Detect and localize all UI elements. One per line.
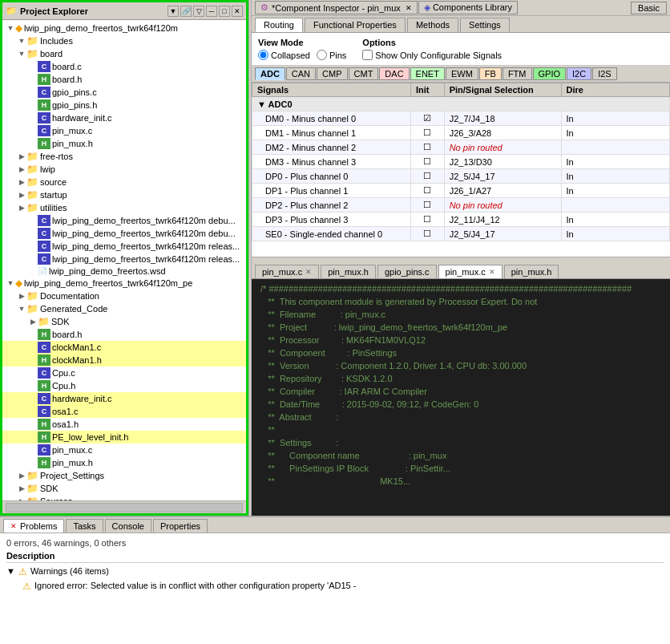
signal-tab-cmp[interactable]: CMP [317, 67, 347, 80]
editor-tab-1[interactable]: pin_mux.h [321, 265, 376, 278]
signal-tab-gpio[interactable]: GPIO [533, 67, 567, 80]
basic-button[interactable]: Basic [631, 2, 667, 14]
tree-item[interactable]: 📄lwip_ping_demo_freertos.wsd [2, 265, 246, 277]
pin-selection[interactable]: J26_3/A28 [444, 126, 561, 140]
signal-tab-i2c[interactable]: I2C [567, 67, 591, 80]
init-cell[interactable]: ☐ [410, 155, 444, 169]
tree-item[interactable]: Cpin_mux.c [2, 124, 246, 137]
editor-tab-close[interactable]: ✕ [489, 268, 495, 276]
signal-tab-can[interactable]: CAN [286, 67, 316, 80]
tree-item[interactable]: Clwip_ping_demo_freertos_twrk64f120m rel… [2, 253, 246, 265]
pins-radio[interactable] [317, 50, 327, 60]
init-cell[interactable]: ☐ [410, 227, 444, 241]
tree-item[interactable]: HCpu.h [2, 379, 246, 392]
tree-item[interactable]: ▶📁utilities [2, 201, 246, 214]
maximize-icon[interactable]: □ [219, 6, 230, 17]
editor-tab-0[interactable]: pin_mux.c✕ [255, 265, 319, 278]
tree-item[interactable]: Hboard.h [2, 328, 246, 341]
minimize-icon[interactable]: ─ [206, 6, 217, 17]
link-icon[interactable]: 🔗 [180, 6, 192, 17]
tree-item[interactable]: Cgpio_pins.c [2, 86, 246, 99]
project-tree[interactable]: ▼◆lwip_ping_demo_freertos_twrk64f120m▼📁I… [2, 20, 246, 500]
tree-item[interactable]: Chardware_init.c [2, 111, 246, 124]
menu-icon[interactable]: ▽ [193, 6, 204, 17]
inspector-close[interactable]: ✕ [406, 4, 412, 12]
expand-group[interactable]: ▼ [257, 99, 266, 109]
tree-item[interactable]: ▶📁SDK [2, 482, 246, 495]
close-icon[interactable]: ✕ [232, 6, 243, 17]
inspector-tab[interactable]: ⚙ *Component Inspector - pin_mux ✕ [255, 1, 418, 14]
pin-selection[interactable]: J2_7/J4_18 [444, 111, 561, 126]
pins-radio-label[interactable]: Pins [317, 50, 346, 60]
tree-item[interactable]: Clwip_ping_demo_freertos_twrk64f120m deb… [2, 214, 246, 227]
init-cell[interactable]: ☐ [410, 213, 444, 227]
tree-item[interactable]: Clwip_ping_demo_freertos_twrk64f120m deb… [2, 227, 246, 240]
signal-tab-fb[interactable]: FB [479, 67, 502, 80]
signal-tab-dac[interactable]: DAC [379, 67, 409, 80]
show-only-label[interactable]: Show Only Configurable Signals [362, 50, 502, 60]
code-editor[interactable]: /* #####################################… [252, 279, 670, 516]
tree-item[interactable]: Hpin_mux.h [2, 137, 246, 150]
tree-item[interactable]: ▶📁Project_Settings [2, 469, 246, 482]
init-cell[interactable]: ☐ [410, 184, 444, 198]
collapsed-radio-label[interactable]: Collapsed [258, 50, 310, 60]
signal-tab-enet[interactable]: ENET [410, 67, 445, 80]
tree-item[interactable]: ▶📁free-rtos [2, 150, 246, 163]
tree-item[interactable]: Hpin_mux.h [2, 456, 246, 469]
pin-selection[interactable]: J2_13/D30 [444, 155, 561, 169]
tree-item[interactable]: ▶📁Documentation [2, 290, 246, 302]
tree-item[interactable]: Hgpio_pins.h [2, 99, 246, 111]
tree-item[interactable]: ▼📁board [2, 47, 246, 60]
tree-item[interactable]: Hosa1.h [2, 418, 246, 431]
tree-item[interactable]: ▶📁lwip [2, 163, 246, 176]
components-library-tab[interactable]: ◈ Components Library [418, 1, 518, 14]
init-cell[interactable]: ☐ [410, 198, 444, 213]
signal-tab-i2s[interactable]: I2S [592, 67, 617, 80]
bottom-tab-properties[interactable]: Properties [153, 519, 208, 533]
editor-tab-2[interactable]: gpio_pins.c [377, 265, 437, 278]
inspector-tab-settings[interactable]: Settings [460, 18, 510, 32]
init-cell[interactable]: ☐ [410, 126, 444, 140]
tree-item[interactable]: ▼📁Includes [2, 34, 246, 47]
table-scroll-indicator[interactable] [252, 257, 670, 263]
inspector-tab-methods[interactable]: Methods [407, 18, 458, 32]
tree-item[interactable]: ▶📁source [2, 176, 246, 188]
tree-item[interactable]: ▼◆lwip_ping_demo_freertos_twrk64f120m_pe [2, 277, 246, 290]
pin-selection[interactable]: J2_11/J4_12 [444, 213, 561, 227]
show-only-checkbox[interactable] [362, 50, 373, 60]
bottom-tab-problems[interactable]: ✕Problems [3, 519, 64, 533]
signal-tab-adc[interactable]: ADC [255, 67, 285, 80]
bottom-tab-tasks[interactable]: Tasks [66, 519, 103, 533]
tree-item[interactable]: Cpin_mux.c [2, 444, 246, 456]
editor-tab-3[interactable]: pin_mux.c✕ [438, 265, 502, 278]
tree-item[interactable]: HclockMan1.h [2, 354, 246, 367]
tree-item[interactable]: Hboard.h [2, 73, 246, 86]
tree-item[interactable]: ▼◆lwip_ping_demo_freertos_twrk64f120m [2, 22, 246, 34]
tree-item[interactable]: ▼📁Generated_Code [2, 302, 246, 315]
tree-item[interactable]: Cosa1.c [2, 405, 246, 418]
tree-item[interactable]: ▶📁Sources [2, 495, 246, 500]
pin-selection[interactable]: No pin routed [444, 198, 561, 213]
init-cell[interactable]: ☐ [410, 169, 444, 184]
h-scroll-thumb[interactable] [6, 503, 243, 512]
tree-item[interactable]: CclockMan1.c [2, 341, 246, 354]
pin-selection[interactable]: J2_5/J4_17 [444, 227, 561, 241]
signal-tab-ewm[interactable]: EWM [446, 67, 478, 80]
pin-selection[interactable]: J2_5/J4_17 [444, 169, 561, 184]
tree-item[interactable]: Cboard.c [2, 60, 246, 73]
init-cell[interactable]: ☐ [410, 140, 444, 155]
horizontal-scrollbar[interactable] [2, 500, 246, 513]
signal-tab-ftm[interactable]: FTM [502, 67, 532, 80]
tree-item[interactable]: Clwip_ping_demo_freertos_twrk64f120m rel… [2, 240, 246, 253]
collapsed-radio[interactable] [258, 50, 268, 60]
bottom-tab-console[interactable]: Console [105, 519, 151, 533]
pin-selection[interactable]: No pin routed [444, 140, 561, 155]
editor-tab-4[interactable]: pin_mux.h [504, 265, 559, 278]
signal-tab-cmt[interactable]: CMT [349, 67, 379, 80]
tree-item[interactable]: Chardware_init.c [2, 392, 246, 405]
collapse-icon[interactable]: ▼ [168, 6, 179, 17]
pin-selection[interactable]: J26_1/A27 [444, 184, 561, 198]
inspector-tab-routing[interactable]: Routing [255, 18, 303, 32]
inspector-tab-functional-properties[interactable]: Functional Properties [305, 18, 406, 32]
tree-item[interactable]: HPE_low_level_init.h [2, 431, 246, 444]
